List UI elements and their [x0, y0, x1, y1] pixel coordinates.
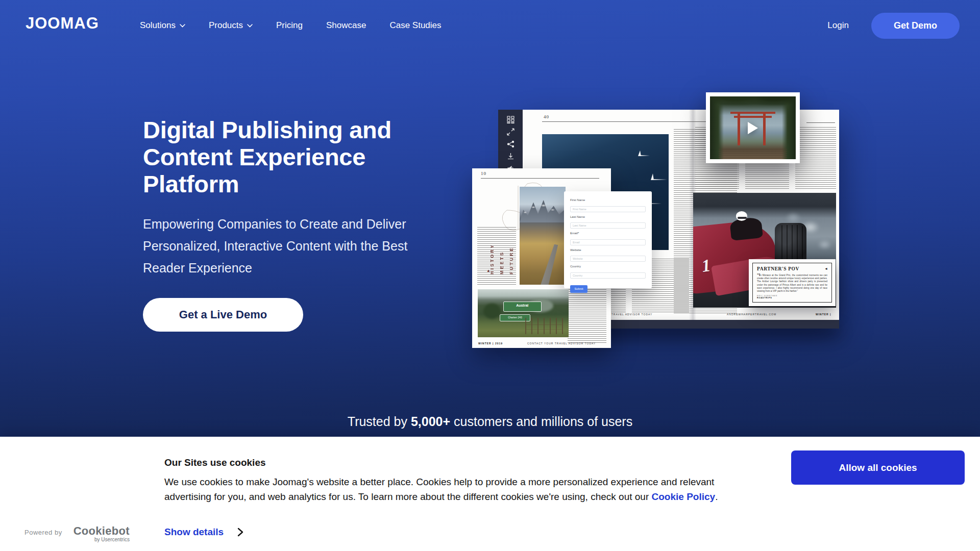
article-text-column: [674, 129, 737, 314]
play-icon: [748, 122, 758, 134]
hero-title: Digital Publishing and Content Experienc…: [143, 116, 391, 197]
trusted-suffix: customers and millions of users: [450, 414, 632, 429]
nav-item-label: Products: [209, 20, 243, 31]
sailboats-ocean-photo: [542, 134, 669, 250]
torii-gate-video-thumbnail: [710, 96, 796, 159]
speaker-icon: ◄: [824, 267, 828, 270]
sound-icon: [507, 165, 514, 172]
lead-form-card: First Name Last Name Email* Website Coun…: [564, 191, 652, 288]
nav-item-label: Case Studies: [389, 20, 441, 31]
cookie-body-text: We use cookies to make Joomag's website …: [164, 477, 714, 502]
get-live-demo-button[interactable]: Get a Live Demo: [143, 298, 303, 332]
joomag-logo[interactable]: JOOMAG: [26, 14, 99, 33]
last-name-input: [570, 222, 646, 229]
chevron-down-icon: [247, 24, 253, 28]
chevron-right-icon: [237, 527, 244, 537]
history-meets-future-title: HISTORY MEETS FUTURE: [489, 207, 530, 274]
partners-pov-card: PARTNER'S POV ◄ “In Monaco at the Grand …: [749, 259, 836, 306]
spread-footer-center: CONTACT YOUR TRAVEL ADVISOR TODAY: [584, 313, 652, 316]
submit-button: Submit: [570, 285, 587, 293]
form-field: First Name: [570, 198, 646, 212]
article-text-column: [477, 227, 516, 285]
fence: [525, 318, 564, 334]
nav-item-label: Solutions: [140, 20, 176, 31]
top-navigation: JOOMAG Solutions Products Pricing Showca…: [0, 0, 980, 51]
chevron-down-icon: [180, 24, 185, 28]
page10-footer-contact: CONTACT YOUR TRAVEL ADVISOR TODAY: [527, 342, 596, 345]
first-name-input: [570, 206, 646, 212]
nav-item-pricing[interactable]: Pricing: [276, 20, 303, 31]
hero-title-line: Content Experience: [143, 143, 391, 170]
article-text-column: [795, 127, 836, 190]
page10-footer-issue: WINTER | 2019: [478, 342, 503, 345]
nav-item-solutions[interactable]: Solutions: [140, 20, 185, 31]
powered-by-cookiebot: Powered by Cookiebot by Usercentrics: [24, 524, 130, 542]
map-doodle: [497, 180, 553, 240]
race-car-photo: 1: [693, 193, 836, 308]
header-rule: [806, 122, 835, 123]
magazine-page-10: 10 HISTORY MEETS FUTURE ▲: [472, 168, 611, 348]
trusted-prefix: Trusted by: [348, 414, 411, 429]
race-footer-site: ANDREWHARPERTRAVEL.COM: [727, 313, 776, 316]
reader-toolbar: [498, 110, 523, 286]
article-text-column: [632, 259, 689, 314]
austral-sign-photo: Austral Charten 243: [478, 289, 569, 337]
hero-title-line: Platform: [143, 170, 391, 197]
country-input: [570, 272, 646, 279]
nav-right: Login Get Demo: [827, 0, 960, 51]
road-sign: Austral: [503, 302, 542, 312]
expand-icon: [507, 128, 514, 136]
download-icon: [507, 153, 514, 160]
header-rule: [481, 178, 599, 179]
article-text-column: [565, 259, 626, 314]
book-icon: [507, 177, 514, 185]
hero-subtitle: Empowering Companies to Create and Deliv…: [143, 213, 407, 279]
cookie-banner-title: Our Sites use cookies: [164, 457, 266, 468]
page-number: 10: [481, 171, 486, 176]
trusted-count: 5,000+: [411, 414, 450, 429]
video-player-card: [706, 92, 800, 163]
share-icon: [507, 140, 514, 148]
hero-subtitle-line: Personalized, Interactive Content with t…: [143, 235, 407, 257]
cookie-body-text: .: [715, 491, 718, 502]
article-text-column: [745, 127, 789, 190]
nav-item-case-studies[interactable]: Case Studies: [389, 20, 441, 31]
field-label: Email*: [570, 232, 646, 235]
field-label: Last Name: [570, 215, 646, 218]
login-link[interactable]: Login: [827, 20, 849, 31]
magazine-edge: [523, 320, 839, 329]
form-field: Country: [570, 265, 646, 279]
nav-item-label: Showcase: [326, 20, 366, 31]
nav-item-products[interactable]: Products: [209, 20, 253, 31]
pages-grid-icon: [507, 116, 514, 123]
nav-item-label: Pricing: [276, 20, 303, 31]
patagonia-road-photo: [520, 187, 566, 285]
allow-all-cookies-button[interactable]: Allow all cookies: [791, 450, 965, 485]
cookie-consent-banner: Our Sites use cookies We use cookies to …: [0, 437, 980, 551]
cookie-policy-link[interactable]: Cookie Policy: [652, 491, 716, 502]
hero-title-line: Digital Publishing and: [143, 116, 391, 143]
show-details-link[interactable]: Show details: [164, 527, 244, 538]
show-details-label: Show details: [164, 527, 224, 538]
article-text-column: [568, 287, 606, 344]
article-text-column: [695, 127, 739, 190]
car-number: 1: [700, 256, 712, 276]
partner-attribution: ERIC GUENTHER ROADTRIPS: [757, 295, 827, 299]
form-field: Email*: [570, 232, 646, 245]
field-label: First Name: [570, 198, 646, 202]
trusted-by-line: Trusted by 5,000+ customers and millions…: [0, 414, 980, 429]
partner-quote: “In Monaco at the Grand Prix, the custom…: [757, 273, 827, 293]
spread-fold-shadow: [689, 110, 696, 320]
triangle-ornament: ▲: [486, 268, 491, 273]
partners-pov-title: PARTNER'S POV: [757, 266, 827, 271]
get-demo-button[interactable]: Get Demo: [871, 13, 960, 39]
form-field: Last Name: [570, 215, 646, 229]
joomag-landing-page: JOOMAG Solutions Products Pricing Showca…: [0, 0, 980, 551]
header-rule: [542, 121, 737, 122]
powered-by-label: Powered by: [24, 529, 62, 536]
nav-item-showcase[interactable]: Showcase: [326, 20, 366, 31]
road-sign-small: Charten 243: [500, 314, 531, 321]
field-label: Website: [570, 248, 646, 252]
field-label: Country: [570, 265, 646, 268]
website-input: [570, 256, 646, 262]
